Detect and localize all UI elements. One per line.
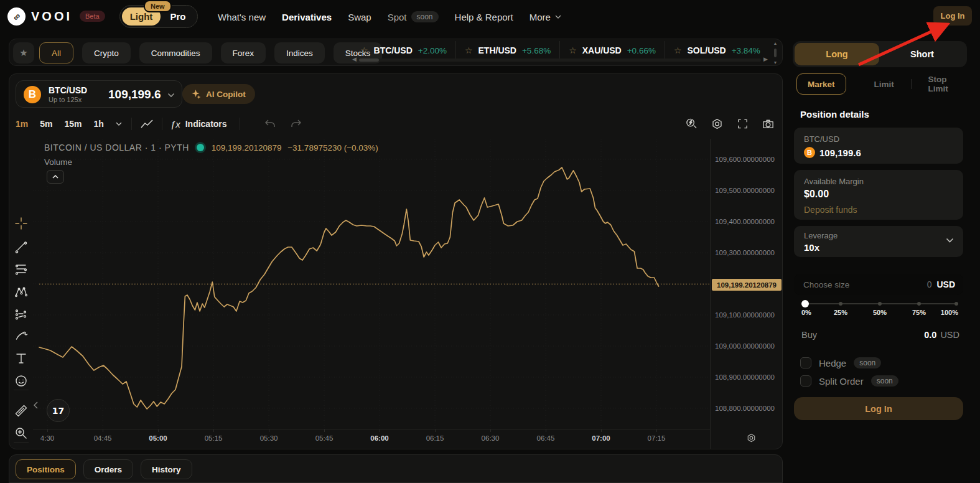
price-axis[interactable]: 109,600.00000000109,500.00000000109,400.… (710, 139, 783, 449)
tab-positions[interactable]: Positions (16, 459, 76, 479)
soon-badge: soon (411, 11, 439, 22)
scroll-up-icon[interactable]: ▲ (773, 41, 778, 45)
scroll-right-icon[interactable]: ▶ (763, 56, 768, 62)
quick-search-icon[interactable] (685, 117, 698, 131)
redo-icon[interactable] (290, 119, 302, 129)
fx-icon[interactable]: ƒx (170, 119, 180, 129)
slider-knob[interactable] (801, 300, 809, 307)
scroll-left-icon[interactable]: ◀ (352, 56, 357, 62)
size-input[interactable] (802, 279, 922, 290)
size-input-wrap: 0 USD (794, 274, 963, 295)
tab-orders[interactable]: Orders (83, 459, 133, 479)
chevron-down-icon (167, 93, 175, 98)
xabcd-pattern-icon[interactable] (14, 284, 28, 298)
size-slider[interactable] (801, 300, 958, 307)
tradingview-logo[interactable]: 17 (47, 399, 70, 422)
forecast-icon[interactable] (14, 307, 28, 321)
fullscreen-icon[interactable] (736, 117, 749, 131)
text-icon[interactable] (14, 352, 28, 365)
panel-collapse-icon[interactable] (33, 401, 39, 409)
login-button-panel[interactable]: Log In (794, 397, 963, 420)
price-chart[interactable] (33, 139, 710, 429)
nav-item-more[interactable]: More (530, 12, 561, 22)
ticker-item[interactable]: ☆SOL/USD+3.84% (665, 41, 767, 60)
slider-labels: 0%25%50%75%100% (801, 309, 958, 317)
star-icon[interactable]: ☆ (674, 45, 682, 55)
short-tab[interactable]: Short (879, 43, 965, 65)
timeframe-1m[interactable]: 1m (16, 119, 28, 129)
instrument-selector[interactable]: B BTC/USD Up to 125x 109,199.6 (16, 80, 182, 108)
timeframe-chevron-icon[interactable] (116, 122, 122, 126)
favorites-star-button[interactable]: ★ (13, 42, 34, 63)
symbol-card-label: BTC/USD (804, 134, 839, 144)
undo-icon[interactable] (264, 119, 276, 129)
timeframe-15m[interactable]: 15m (64, 119, 82, 129)
chart-type-line-icon[interactable] (140, 118, 154, 130)
ai-copilot-button[interactable]: AI Copilot (182, 84, 255, 104)
trend-line-icon[interactable] (14, 240, 28, 253)
nav-item-what-s-new[interactable]: What's new (218, 12, 266, 22)
order-type-tabs: MarketLimitStop Limit (796, 73, 966, 95)
ui-mode-toggle[interactable]: Light Pro New (119, 5, 198, 28)
time-tick: 07:15 (648, 434, 666, 442)
category-tab-crypto[interactable]: Crypto (82, 42, 131, 63)
category-tab-indices[interactable]: Indices (274, 42, 325, 63)
indicators-button[interactable]: Indicators (185, 119, 227, 129)
ticker-scrollbar-thumb[interactable] (359, 59, 379, 62)
deposit-funds-link[interactable]: Deposit funds (804, 205, 857, 215)
ticker-item[interactable]: ☆ETH/USD+5.68% (456, 41, 560, 60)
category-tab-forex[interactable]: Forex (221, 42, 266, 63)
category-tab-commodities[interactable]: Commodities (139, 42, 212, 63)
size-value: 0 (927, 279, 932, 289)
settings-icon[interactable] (711, 117, 724, 131)
checkbox[interactable] (800, 375, 811, 387)
vooi-logo-icon[interactable]: ∞ (7, 7, 26, 26)
order-type-market[interactable]: Market (796, 73, 846, 95)
tab-history[interactable]: History (141, 459, 192, 479)
ticker-item[interactable]: ☆BTC/USD+2.00% (352, 41, 456, 60)
timeframe-5m[interactable]: 5m (40, 119, 52, 129)
nav-item-derivatives[interactable]: Derivatives (282, 12, 332, 22)
order-type-stop-limit[interactable]: Stop Limit (917, 73, 966, 95)
scroll-down-icon[interactable]: ▼ (773, 60, 778, 65)
instrument-symbol: BTC/USD (49, 85, 87, 95)
ruler-icon[interactable] (14, 404, 28, 418)
ticker-vertical-scroll[interactable]: ▲ ▼ (771, 41, 780, 65)
checkbox[interactable] (800, 357, 811, 368)
nav-item-swap[interactable]: Swap (348, 12, 371, 22)
crosshair-icon[interactable] (14, 217, 28, 230)
brand-wordmark: VOOI (31, 9, 72, 24)
long-tab[interactable]: Long (795, 43, 879, 65)
chart-toolbar: 1m5m15m1h ƒx Indicators (16, 113, 776, 135)
star-icon[interactable]: ☆ (360, 45, 368, 55)
time-axis[interactable]: 4:3004:4505:0005:1505:3005:4506:0006:150… (33, 429, 710, 449)
nav-item-spot[interactable]: Spotsoon (388, 11, 439, 22)
ticker-item[interactable]: ☆XAU/USD+0.66% (560, 41, 665, 60)
ticker-scrollbar[interactable] (359, 59, 761, 62)
legend-title: BITCOIN / US DOLLAR · 1 · PYTH (44, 143, 189, 152)
timeframe-1h[interactable]: 1h (94, 119, 104, 129)
caret-up-icon (52, 175, 58, 179)
login-button-top[interactable]: Log In (933, 6, 972, 26)
timezone-gear-icon[interactable] (746, 433, 757, 443)
vscroll-thumb[interactable] (774, 49, 777, 57)
btc-icon: B (24, 86, 41, 103)
fib-retracement-icon[interactable] (14, 262, 28, 276)
star-icon[interactable]: ☆ (465, 45, 473, 55)
brush-icon[interactable] (14, 329, 28, 343)
zoom-in-icon[interactable] (14, 426, 28, 440)
order-type-limit[interactable]: Limit (864, 73, 905, 95)
buy-value: 0.0 (924, 330, 936, 340)
nav-item-help-report[interactable]: Help & Report (455, 12, 513, 22)
time-tick: 4:30 (40, 434, 54, 442)
star-icon[interactable]: ☆ (569, 45, 577, 55)
time-tick: 06:30 (482, 434, 500, 442)
category-tab-all[interactable]: All (39, 42, 73, 63)
leverage-label: Leverage (804, 231, 838, 240)
leverage-card[interactable]: Leverage 10x (794, 226, 963, 257)
size-unit: USD (936, 279, 955, 289)
camera-icon[interactable] (762, 117, 775, 131)
emoji-icon[interactable] (14, 374, 28, 388)
beta-badge: Beta (80, 11, 105, 22)
volume-collapse-button[interactable] (47, 170, 64, 184)
